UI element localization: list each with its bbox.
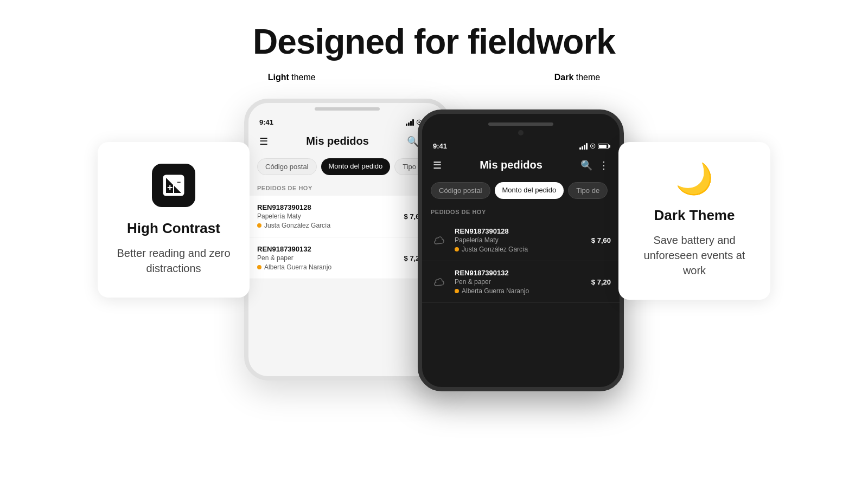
order-item-1-dark: REN9187390128 Papelería Maty Justa Gonzá… (422, 220, 620, 261)
order-item-2-light: REN9187390132 Pen & paper Alberta Guerra… (248, 237, 446, 279)
main-content: + − High Contrast Better reading and zer… (0, 99, 868, 391)
time-light: 9:41 (259, 118, 273, 126)
high-contrast-title: High Contrast (127, 220, 220, 237)
order-agent-2-dark: Alberta Guerra Naranjo (455, 287, 585, 295)
chip-amount-light[interactable]: Monto del pedido (321, 158, 391, 175)
svg-text:+: + (167, 182, 173, 193)
phones-container: 9:41 ☉ (244, 99, 624, 391)
dark-theme-desc: Save battery and unforeseen events at wo… (635, 233, 754, 278)
order-agent-1-dark: Justa González García (455, 246, 585, 253)
order-item-2-dark: REN9187390132 Pen & paper Alberta Guerra… (422, 261, 620, 303)
nav-title-light: Mis pedidos (306, 135, 369, 147)
contrast-icon: + − (162, 173, 186, 197)
menu-icon-dark: ☰ (433, 159, 442, 171)
page-title: Designed for fieldwork (253, 22, 615, 62)
order-store-2-dark: Pen & paper (455, 278, 585, 286)
order-amount-1-dark: $ 7,60 (591, 236, 611, 244)
order-store-2-light: Pen & paper (257, 254, 398, 262)
order-agent-2-light: Alberta Guerra Naranjo (257, 263, 398, 271)
filter-icon-dark: ⋮ (599, 159, 609, 171)
search-icon-dark: 🔍 (580, 159, 592, 171)
order-id-1-light: REN9187390128 (257, 203, 398, 211)
contrast-icon-box: + − (152, 164, 195, 207)
status-bar-light: 9:41 ☉ (248, 112, 446, 130)
order-id-1-dark: REN9187390128 (455, 227, 585, 235)
agent-dot-1 (257, 223, 261, 228)
agent-dot-2-dark (455, 289, 459, 293)
section-header-dark: PEDIDOS DE HOY (422, 204, 620, 220)
dark-theme-title: Dark Theme (654, 207, 735, 224)
chips-light: Código postal Monto del pedido Tipo de (248, 153, 446, 180)
order-amount-2-dark: $ 7,20 (591, 278, 611, 286)
time-dark: 9:41 (433, 142, 447, 150)
dark-theme-label: Dark theme (554, 73, 601, 82)
dark-phone: 9:41 ☉ (434, 109, 624, 391)
moon-icon: 🌙 (675, 164, 713, 194)
nav-bar-dark: ☰ Mis pedidos 🔍 ⋮ (422, 153, 620, 177)
light-theme-label: Light theme (268, 73, 316, 82)
cloud-icon-1 (431, 231, 448, 249)
order-agent-1-light: Justa González García (257, 222, 398, 229)
chips-dark: Código postal Monto del pedido Tipo de (422, 177, 620, 204)
chip-postal-dark[interactable]: Código postal (431, 182, 490, 199)
order-id-2-dark: REN9187390132 (455, 269, 585, 277)
nav-bar-light: ☰ Mis pedidos 🔍 ⋮ (248, 130, 446, 153)
theme-labels: Light theme Dark theme (268, 73, 601, 82)
agent-dot-2 (257, 265, 261, 269)
high-contrast-desc: Better reading and zero distractions (114, 246, 233, 276)
chip-type-dark[interactable]: Tipo de (568, 182, 608, 199)
chip-amount-dark[interactable]: Monto del pedido (495, 182, 564, 199)
search-icon-light: 🔍 (407, 135, 419, 147)
agent-dot-1-dark (455, 247, 459, 251)
section-header-light: PEDIDOS DE HOY ↓ (248, 180, 446, 196)
order-store-1-light: Papelería Maty (257, 212, 398, 220)
dark-theme-card: 🌙 Dark Theme Save battery and unforeseen… (618, 142, 770, 300)
order-store-1-dark: Papelería Maty (455, 236, 585, 244)
high-contrast-card: + − High Contrast Better reading and zer… (98, 142, 250, 298)
nav-title-dark: Mis pedidos (480, 159, 542, 171)
order-item-1-light: REN9187390128 Papelería Maty Justa Gonzá… (248, 196, 446, 237)
status-bar-dark: 9:41 ☉ (422, 135, 620, 153)
cloud-icon-2 (431, 273, 448, 291)
chip-postal-light[interactable]: Código postal (257, 158, 317, 175)
order-id-2-light: REN9187390132 (257, 245, 398, 253)
svg-text:−: − (177, 178, 181, 186)
menu-icon-light: ☰ (259, 135, 268, 147)
